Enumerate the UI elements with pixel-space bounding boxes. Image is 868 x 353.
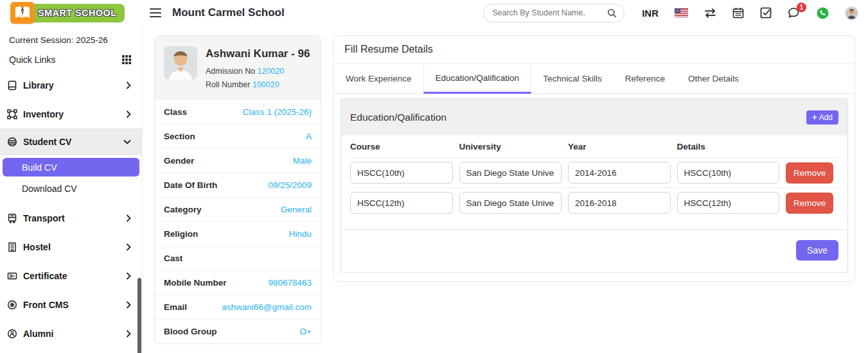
detail-row-cast: Cast	[155, 246, 321, 270]
chevron-right-icon	[126, 243, 131, 251]
sidebar-item-student-cv[interactable]: Student CV	[0, 128, 142, 155]
col-header-university: University	[459, 142, 562, 151]
chevron-down-icon	[123, 139, 131, 144]
menu-toggle-icon[interactable]	[150, 8, 161, 17]
university-input[interactable]	[459, 162, 562, 184]
table-row: Remove	[350, 188, 838, 218]
sidebar-scrollbar[interactable]	[137, 278, 141, 353]
tab-education-qualification[interactable]: Education/Qalification	[423, 64, 532, 94]
currency-selector[interactable]: INR	[642, 8, 659, 19]
year-input[interactable]	[568, 162, 671, 184]
sidebar-item-front-cms[interactable]: Front CMS	[0, 290, 142, 319]
sidebar-subitem-download-cv[interactable]: Download CV	[3, 179, 139, 198]
sidebar-item-hostel[interactable]: Hostel	[0, 232, 142, 261]
sidebar-item-label: Hostel	[23, 242, 51, 252]
quick-links-label: Quick Links	[9, 55, 55, 65]
remove-button[interactable]: Remove	[786, 162, 833, 184]
current-session-label: Current Session: 2025-26	[0, 26, 142, 46]
detail-row-email: Email ashwani66@gmail.com	[155, 295, 321, 319]
cv-icon	[7, 137, 17, 147]
chevron-right-icon	[126, 82, 131, 89]
alumni-icon	[7, 329, 17, 339]
student-search[interactable]	[483, 4, 624, 22]
sidebar-item-library[interactable]: Library	[0, 71, 142, 99]
detail-row-religion: Religion Hindu	[155, 221, 321, 246]
tab-work-experience[interactable]: Work Experience	[334, 64, 423, 93]
detail-row-dob: Date Of Birth 09/25/2009	[155, 173, 321, 197]
language-flag-icon[interactable]	[675, 8, 688, 17]
add-button[interactable]: + Add	[806, 110, 838, 125]
submenu-item-label: Build CV	[22, 162, 57, 173]
sidebar: Current Session: 2025-26 Quick Links Lib…	[0, 26, 143, 353]
sidebar-item-transport[interactable]: Transport	[0, 203, 142, 232]
year-input[interactable]	[568, 192, 671, 214]
building-icon	[7, 242, 17, 252]
cms-icon	[7, 300, 17, 310]
whatsapp-icon[interactable]	[817, 7, 829, 19]
resume-card-title: Fill Resume Details	[334, 36, 855, 64]
university-input[interactable]	[459, 192, 562, 214]
tasks-icon[interactable]	[760, 7, 772, 19]
detail-row-class: Class Class 1 (2025-26)	[155, 99, 321, 124]
admission-line: Admission No 120020	[206, 67, 310, 76]
col-header-details: Details	[677, 142, 780, 151]
message-count-badge: 1	[797, 3, 806, 12]
sidebar-item-label: Library	[23, 80, 53, 90]
grid-icon[interactable]	[122, 55, 131, 64]
user-avatar[interactable]	[845, 6, 858, 20]
logo[interactable]: SMART SCHOOL	[0, 2, 143, 24]
details-input[interactable]	[677, 162, 780, 184]
sidebar-item-alumni[interactable]: Alumni	[0, 319, 142, 348]
calendar-icon[interactable]	[732, 7, 744, 19]
education-table: Course University Year Details Remove	[341, 135, 847, 229]
table-header-row: Course University Year Details	[350, 135, 838, 158]
col-header-year: Year	[568, 142, 671, 151]
tab-technical-skills[interactable]: Technical Skills	[531, 64, 614, 93]
education-footer: Save	[341, 229, 847, 272]
tab-reference[interactable]: Reference	[614, 64, 677, 93]
bus-icon	[7, 213, 17, 223]
course-input[interactable]	[350, 192, 453, 214]
student-profile-card: Ashwani Kumar - 96 Admission No 120020 R…	[154, 35, 321, 344]
logo-book-icon	[10, 2, 35, 24]
quick-links[interactable]: Quick Links	[0, 49, 142, 71]
top-bar: SMART SCHOOL Mount Carmel School INR	[0, 0, 868, 26]
course-input[interactable]	[350, 162, 453, 184]
book-icon	[7, 80, 17, 90]
education-section-title: Education/Qalification	[350, 112, 447, 123]
chevron-right-icon	[126, 301, 131, 309]
chevron-right-icon	[126, 214, 131, 222]
student-photo	[164, 46, 197, 80]
sidebar-subitem-build-cv[interactable]: Build CV	[3, 158, 139, 176]
sidebar-item-inventory[interactable]: Inventory	[0, 99, 142, 128]
plus-icon: +	[812, 113, 817, 121]
chevron-right-icon	[126, 272, 131, 280]
certificate-icon	[7, 271, 17, 281]
sidebar-item-label: Transport	[23, 213, 65, 223]
roll-line: Roll Number 100020	[206, 80, 310, 89]
tab-other-details[interactable]: Other Details	[677, 64, 750, 93]
sidebar-item-label: Front CMS	[23, 300, 69, 310]
detail-row-gender: Gender Male	[155, 148, 321, 173]
table-row: Remove	[350, 158, 838, 188]
col-header-course: Course	[350, 142, 453, 151]
sidebar-item-label: Certificate	[23, 271, 67, 281]
search-input[interactable]	[491, 8, 607, 18]
sidebar-item-certificate[interactable]: Certificate	[0, 261, 142, 290]
remove-button[interactable]: Remove	[786, 193, 833, 214]
search-icon[interactable]	[607, 8, 617, 18]
messages-icon[interactable]: 1	[788, 7, 801, 19]
session-switch-icon[interactable]	[704, 8, 716, 18]
detail-row-blood-group: Blood Group O+	[155, 319, 321, 343]
save-button[interactable]: Save	[796, 240, 838, 261]
student-name: Ashwani Kumar - 96	[206, 46, 310, 62]
submenu-item-label: Download CV	[22, 184, 77, 194]
sidebar-item-label: Alumni	[23, 329, 53, 339]
detail-row-mobile: Mobile Number 980678463	[155, 270, 321, 295]
resume-tabs: Work Experience Education/Qalification T…	[334, 64, 855, 94]
chevron-right-icon	[126, 330, 131, 338]
admission-no-value: 120020	[258, 67, 285, 76]
page-title: Mount Carmel School	[172, 6, 285, 19]
logo-text: SMART SCHOOL	[38, 8, 116, 18]
details-input[interactable]	[677, 192, 780, 214]
